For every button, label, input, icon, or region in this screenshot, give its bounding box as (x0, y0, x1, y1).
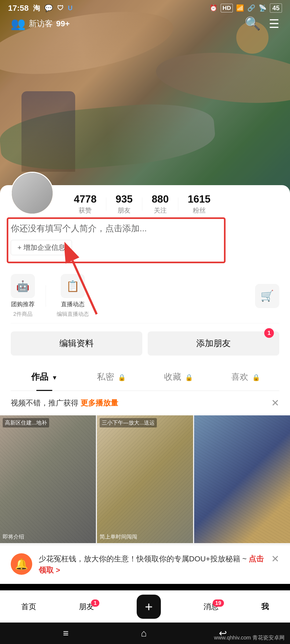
video-2-bottom: 简上单时间闯闯 (100, 533, 137, 540)
actions-row: 🤖 团购推荐 2件商品 📋 直播动态 编辑直播动态 🛒 (11, 269, 279, 323)
hero-nav-right: 🔍 ☰ (245, 16, 279, 31)
tab-favorites[interactable]: 收藏 🔒 (145, 364, 212, 390)
promo-link[interactable]: 更多播放量 (81, 399, 118, 407)
notif-close-button[interactable]: ✕ (271, 553, 279, 565)
stat-following[interactable]: 880 关注 (142, 193, 178, 215)
video-grid: 高新区住建...地补 即将介绍 三小下午—放大...送运 简上单时间闯闯 (0, 415, 290, 543)
likes-lock-icon: 🔒 (252, 374, 260, 381)
followers-count: 1615 (188, 193, 211, 205)
nav-home[interactable]: 首页 (21, 602, 36, 612)
android-home-button[interactable]: ⌂ (141, 628, 147, 639)
hd-badge: HD (221, 4, 233, 12)
action-live[interactable]: 📋 直播动态 编辑直播动态 (57, 274, 89, 318)
avatar-container[interactable] (11, 172, 54, 215)
battery-icon: 45 (270, 3, 282, 13)
hero-visitor-info[interactable]: 👥 新访客 99+ (11, 17, 70, 31)
status-app-1: 淘 (33, 3, 40, 13)
buttons-row: 编辑资料 添加朋友 1 (11, 323, 279, 364)
profile-section: 4778 获赞 935 朋友 880 关注 1615 粉丝 (0, 185, 290, 391)
notif-text: 少花冤枉钱，放大你的生意！快领取你的专属DOU+投放秘籍 ~ (39, 555, 247, 563)
group-buy-icon: 🤖 (11, 274, 35, 298)
promo-banner: 视频不错，推广获得 更多播放量 ✕ (0, 391, 290, 415)
live-sublabel: 编辑直播动态 (57, 310, 89, 318)
private-lock-icon: 🔒 (118, 374, 126, 381)
video-1-overlay: 高新区住建...地补 (3, 418, 49, 427)
tab-works[interactable]: 作品 ▼ (11, 364, 78, 390)
action-group-buy[interactable]: 🤖 团购推荐 2件商品 (11, 274, 35, 318)
search-icon[interactable]: 🔍 (245, 16, 261, 31)
stat-followers[interactable]: 1615 粉丝 (178, 193, 220, 215)
tabs-row: 作品 ▼ 私密 🔒 收藏 🔒 喜欢 🔒 (11, 364, 279, 391)
likes-label: 获赞 (79, 206, 92, 215)
favorites-lock-icon: 🔒 (185, 374, 193, 381)
friends-nav-badge: 1 (91, 599, 99, 607)
status-right: ⏰ HD 📶 🔗 📡 45 (209, 3, 282, 13)
hero-area: 17:58 淘 💬 🛡 U ⏰ HD 📶 🔗 📡 45 👥 新访客 (0, 0, 290, 193)
following-count: 880 (152, 193, 169, 205)
works-arrow-icon: ▼ (52, 374, 58, 381)
alarm-icon: ⏰ (209, 4, 218, 12)
group-buy-label: 团购推荐 (11, 300, 35, 308)
nav-home-label: 首页 (21, 602, 36, 612)
add-company-button[interactable]: + 增加企业信息 (11, 240, 72, 255)
video-thumb-1[interactable]: 高新区住建...地补 即将介绍 (0, 415, 96, 543)
friends-label: 朋友 (118, 206, 130, 215)
stats-row: 4778 获赞 935 朋友 880 关注 1615 粉丝 (64, 193, 279, 215)
android-menu-button[interactable]: ≡ (63, 628, 69, 639)
friend-badge: 1 (264, 328, 274, 338)
promo-close-button[interactable]: ✕ (271, 397, 279, 409)
nav-friends[interactable]: 朋友 1 (79, 602, 94, 612)
status-left: 17:58 淘 💬 🛡 U (8, 3, 73, 13)
live-label: 直播动态 (61, 300, 85, 308)
video-thumb-3[interactable] (194, 415, 290, 543)
group-buy-sublabel: 2件商品 (13, 310, 32, 318)
avatar[interactable] (11, 172, 54, 215)
status-app-4: U (68, 4, 73, 12)
status-bar: 17:58 淘 💬 🛡 U ⏰ HD 📶 🔗 📡 45 (0, 0, 290, 16)
signal2-icon: 🔗 (247, 4, 255, 12)
bottom-nav: 首页 朋友 1 + 消息 19 我 (0, 590, 290, 623)
cart-button[interactable]: 🛒 (255, 284, 279, 308)
video-2-overlay: 三小下午—放大...送运 (100, 418, 157, 427)
visitor-count: 99+ (56, 19, 70, 28)
promo-text: 视频不错，推广获得 更多播放量 (11, 398, 118, 408)
hero-topnav: 👥 新访客 99+ 🔍 ☰ (0, 16, 290, 31)
video-1-bottom: 即将介绍 (3, 533, 24, 540)
following-label: 关注 (154, 206, 167, 215)
tab-private[interactable]: 私密 🔒 (78, 364, 145, 390)
edit-profile-button[interactable]: 编辑资料 (11, 331, 142, 356)
tab-likes[interactable]: 喜欢 🔒 (212, 364, 279, 390)
status-time: 17:58 (8, 3, 29, 13)
nav-messages[interactable]: 消息 19 (204, 602, 219, 612)
notification-content: 少花冤枉钱，放大你的生意！快领取你的专属DOU+投放秘籍 ~ 点击领取 > (39, 553, 265, 576)
video-thumb-2[interactable]: 三小下午—放大...送运 简上单时间闯闯 (97, 415, 193, 543)
notification-icon: 🔔 (11, 553, 32, 575)
visitor-icon: 👥 (11, 17, 26, 31)
nav-me[interactable]: 我 (261, 602, 269, 612)
status-app-2: 💬 (44, 4, 53, 12)
status-app-3: 🛡 (57, 4, 64, 12)
add-friend-button[interactable]: 添加朋友 1 (148, 331, 279, 356)
avatar-stats-row: 4778 获赞 935 朋友 880 关注 1615 粉丝 (11, 193, 279, 215)
stat-likes[interactable]: 4778 获赞 (64, 193, 106, 215)
live-icon: 📋 (61, 274, 85, 298)
create-button[interactable]: + (137, 595, 161, 619)
followers-label: 粉丝 (193, 206, 206, 215)
likes-count: 4778 (74, 193, 97, 205)
wifi-icon: 📡 (259, 4, 267, 12)
watermark: www.qhhiv.com 青花瓷安卓网 (214, 634, 285, 641)
menu-icon[interactable]: ☰ (269, 17, 279, 31)
stat-friends[interactable]: 935 朋友 (106, 193, 142, 215)
nav-me-label: 我 (261, 602, 269, 612)
nav-create[interactable]: + (137, 595, 161, 619)
friends-count: 935 (116, 193, 133, 205)
dou-notification: 🔔 少花冤枉钱，放大你的生意！快领取你的专属DOU+投放秘籍 ~ 点击领取 > … (0, 543, 290, 584)
bio-text[interactable]: 你还没有填写个人简介，点击添加... (11, 223, 279, 235)
bio-area: 你还没有填写个人简介，点击添加... + 增加企业信息 (11, 220, 279, 261)
messages-nav-badge: 19 (213, 599, 224, 607)
signal-icon: 📶 (236, 4, 244, 12)
new-visitor-label: 新访客 (29, 18, 53, 29)
